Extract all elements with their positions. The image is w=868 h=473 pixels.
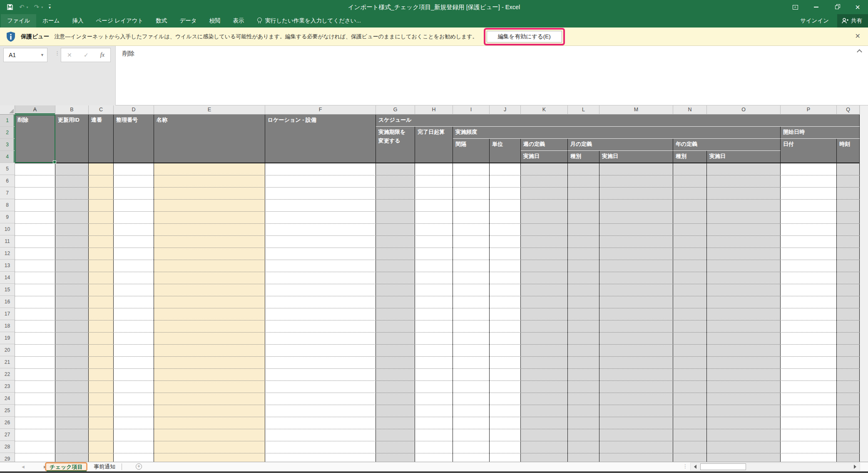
body-column-H[interactable] bbox=[415, 163, 453, 462]
row-header-5[interactable]: 5 bbox=[0, 163, 15, 175]
header-completion-based[interactable]: 完了日起算 bbox=[415, 127, 453, 163]
select-all-corner[interactable] bbox=[0, 105, 15, 115]
column-header-Q[interactable]: Q bbox=[837, 105, 860, 115]
body-column-E[interactable] bbox=[154, 163, 265, 462]
body-column-P[interactable] bbox=[781, 163, 837, 462]
row-header-26[interactable]: 26 bbox=[0, 417, 15, 429]
scroll-left-icon[interactable] bbox=[691, 463, 700, 470]
column-header-J[interactable]: J bbox=[490, 105, 521, 115]
header-year-type[interactable]: 種別 bbox=[673, 151, 707, 163]
row-header-24[interactable]: 24 bbox=[0, 393, 15, 405]
scrollbar-resize-grip[interactable]: ⋮ bbox=[683, 463, 688, 469]
tell-me-box[interactable]: 実行したい作業を入力してください... bbox=[256, 17, 361, 25]
column-header-L[interactable]: L bbox=[568, 105, 599, 115]
horizontal-scrollbar[interactable] bbox=[690, 463, 860, 471]
header-week-definition[interactable]: 週の定義 bbox=[521, 139, 568, 151]
row-header-13[interactable]: 13 bbox=[0, 260, 15, 272]
body-column-G[interactable] bbox=[376, 163, 415, 462]
column-header-N[interactable]: N bbox=[673, 105, 707, 115]
header-frequency[interactable]: 実施頻度 bbox=[453, 127, 781, 139]
ribbon-tab-data[interactable]: データ bbox=[173, 14, 203, 28]
ribbon-tab-page-layout[interactable]: ページ レイアウト bbox=[90, 14, 149, 28]
new-sheet-button[interactable]: + bbox=[136, 463, 142, 470]
column-header-B[interactable]: B bbox=[55, 105, 89, 115]
sheet-tab-advance-notice[interactable]: 事前通知 bbox=[89, 462, 120, 471]
sheet-tab-check-items[interactable]: チェック項目 bbox=[45, 462, 87, 471]
row-header-21[interactable]: 21 bbox=[0, 356, 15, 368]
row-header-11[interactable]: 11 bbox=[0, 235, 15, 248]
row-header-9[interactable]: 9 bbox=[0, 211, 15, 223]
row-header-20[interactable]: 20 bbox=[0, 344, 15, 356]
header-time[interactable]: 時刻 bbox=[837, 139, 860, 163]
body-column-F[interactable] bbox=[265, 163, 376, 462]
share-button[interactable]: 共有 bbox=[837, 14, 868, 28]
header-update-id[interactable]: 更新用ID bbox=[55, 115, 89, 163]
row-header-17[interactable]: 17 bbox=[0, 308, 15, 320]
column-header-G[interactable]: G bbox=[376, 105, 415, 115]
row-header-7[interactable]: 7 bbox=[0, 187, 15, 199]
header-unit[interactable]: 単位 bbox=[490, 139, 521, 163]
header-interval[interactable]: 間隔 bbox=[453, 139, 490, 163]
header-change-deadline[interactable]: 実施期限を 変更する bbox=[376, 127, 415, 163]
body-column-C[interactable] bbox=[89, 163, 114, 462]
header-date[interactable]: 日付 bbox=[781, 139, 837, 163]
row-header-10[interactable]: 10 bbox=[0, 223, 15, 235]
body-column-J[interactable] bbox=[490, 163, 521, 462]
minimize-button[interactable] bbox=[806, 0, 826, 14]
insert-function-icon[interactable]: fx bbox=[100, 52, 104, 58]
header-year-definition[interactable]: 年の定義 bbox=[673, 139, 781, 151]
collapse-formula-bar-icon[interactable] bbox=[857, 49, 862, 55]
header-schedule[interactable]: スケジュール bbox=[376, 115, 860, 127]
header-week-exec-day[interactable]: 実施日 bbox=[521, 151, 568, 163]
name-box[interactable]: A1▼ bbox=[3, 48, 47, 62]
ribbon-tab-review[interactable]: 校閲 bbox=[203, 14, 227, 28]
column-header-K[interactable]: K bbox=[521, 105, 568, 115]
ribbon-tab-file[interactable]: ファイル bbox=[1, 14, 36, 28]
header-delete[interactable]: 削除 bbox=[15, 115, 55, 163]
column-header-O[interactable]: O bbox=[707, 105, 781, 115]
row-header-8[interactable]: 8 bbox=[0, 199, 15, 211]
horizontal-scrollbar-thumb[interactable] bbox=[700, 463, 746, 470]
row-header-22[interactable]: 22 bbox=[0, 368, 15, 380]
enter-icon[interactable]: ✓ bbox=[84, 52, 89, 58]
header-location-equipment[interactable]: ロケーション - 設備 bbox=[265, 115, 376, 163]
column-header-F[interactable]: F bbox=[265, 105, 376, 115]
row-header-19[interactable]: 19 bbox=[0, 332, 15, 344]
row-header-18[interactable]: 18 bbox=[0, 320, 15, 332]
row-header-25[interactable]: 25 bbox=[0, 405, 15, 417]
prev-sheet-icon[interactable]: ◄ bbox=[21, 464, 25, 469]
row-header-29[interactable]: 29 bbox=[0, 453, 15, 462]
header-year-exec-day[interactable]: 実施日 bbox=[707, 151, 781, 163]
ribbon-display-options-button[interactable]: ˄ bbox=[785, 0, 806, 14]
name-box-dropdown-icon[interactable]: ▼ bbox=[40, 48, 44, 62]
column-header-H[interactable]: H bbox=[415, 105, 453, 115]
vertical-scrollbar[interactable] bbox=[860, 105, 868, 462]
column-header-A[interactable]: A bbox=[15, 105, 55, 115]
header-reference-number[interactable]: 整理番号 bbox=[114, 115, 154, 163]
row-header-28[interactable]: 28 bbox=[0, 441, 15, 453]
column-header-D[interactable]: D bbox=[114, 105, 154, 115]
row-header-12[interactable]: 12 bbox=[0, 248, 15, 260]
row-header-27[interactable]: 27 bbox=[0, 429, 15, 441]
header-month-type[interactable]: 種別 bbox=[568, 151, 599, 163]
cancel-icon[interactable]: ✕ bbox=[67, 52, 72, 58]
row-header-15[interactable]: 15 bbox=[0, 284, 15, 296]
body-column-D[interactable] bbox=[114, 163, 154, 462]
ribbon-tab-formulas[interactable]: 数式 bbox=[149, 14, 173, 28]
row-header-14[interactable]: 14 bbox=[0, 272, 15, 284]
header-serial-number[interactable]: 連番 bbox=[89, 115, 114, 163]
body-column-I[interactable] bbox=[453, 163, 490, 462]
column-header-P[interactable]: P bbox=[781, 105, 837, 115]
column-header-C[interactable]: C bbox=[89, 105, 114, 115]
formula-bar[interactable]: 削除 bbox=[115, 46, 868, 105]
body-column-K[interactable] bbox=[521, 163, 568, 462]
row-header-23[interactable]: 23 bbox=[0, 380, 15, 393]
row-header-1[interactable]: 1 bbox=[0, 115, 15, 127]
formula-bar-splitter[interactable]: ⋮ bbox=[55, 50, 60, 56]
row-header-6[interactable]: 6 bbox=[0, 175, 15, 187]
restore-button[interactable] bbox=[826, 0, 847, 14]
body-column-M[interactable] bbox=[599, 163, 673, 462]
column-header-I[interactable]: I bbox=[453, 105, 490, 115]
body-column-Q[interactable] bbox=[837, 163, 860, 462]
header-month-exec-day[interactable]: 実施日 bbox=[599, 151, 673, 163]
